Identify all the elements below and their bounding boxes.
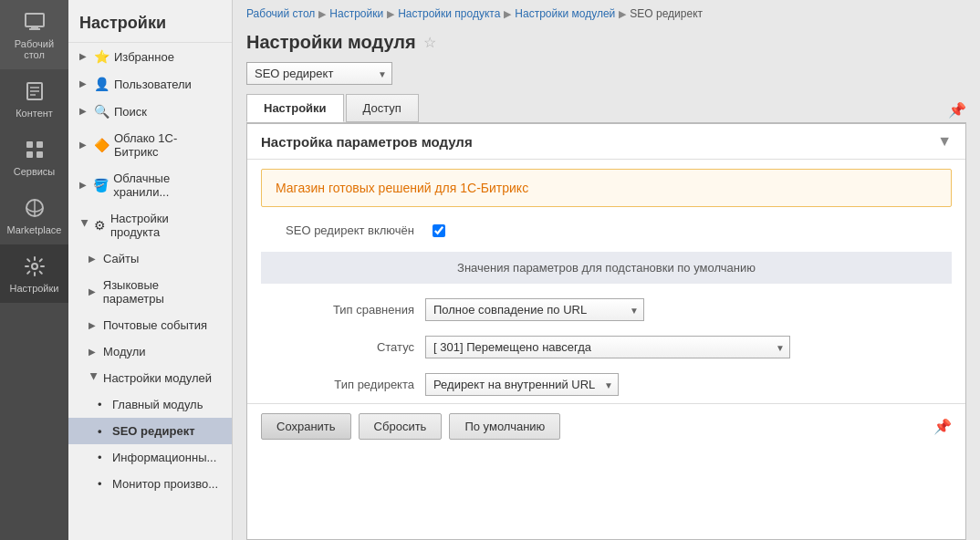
arrow-down-icon: ▶	[79, 220, 90, 231]
nav-item-main-module[interactable]: • Главный модуль	[68, 391, 232, 418]
save-button[interactable]: Сохранить	[261, 413, 351, 440]
nav-item-label: Модули	[103, 345, 146, 358]
redirect-type-row: Тип редиректа Редирект на внутренний URL…	[247, 366, 965, 403]
nav-item-search[interactable]: ▶ 🔍 Поиск	[68, 98, 232, 125]
breadcrumb-module-settings[interactable]: Настройки модулей	[515, 7, 615, 20]
status-label: Статус	[261, 340, 425, 354]
collapse-icon[interactable]: ▼	[937, 133, 952, 150]
page-title: Настройки модуля	[246, 32, 416, 53]
nav-item-cloud-bitrix[interactable]: ▶ 🔶 Облако 1С-Битрикс	[68, 125, 232, 165]
pin-icon-bottom[interactable]: 📌	[933, 418, 952, 435]
arrow-icon: ▶	[89, 286, 99, 297]
comparison-type-select[interactable]: Полное совпадение по URL RegExp Начало U…	[425, 298, 644, 321]
nav-item-label: Поиск	[114, 105, 147, 119]
default-button[interactable]: По умолчанию	[449, 413, 560, 440]
sep-3: ▶	[504, 8, 511, 20]
arrow-icon: ▶	[79, 106, 90, 117]
bullet-icon: •	[98, 424, 109, 438]
breadcrumb-product-settings[interactable]: Настройки продукта	[398, 7, 500, 20]
module-select-wrapper: SEO редирект	[246, 62, 392, 85]
default-section-label: Значения параметров для подстановки по у…	[457, 261, 756, 275]
nav-item-product-settings[interactable]: ▶ ⚙ Настройки продукта	[68, 205, 232, 245]
arrow-icon: ▶	[79, 140, 90, 151]
redirect-type-select[interactable]: Редирект на внутренний URL Редирект на в…	[425, 373, 619, 396]
breadcrumb-current: SEO редирект	[630, 7, 703, 20]
nav-item-seo-redirect[interactable]: • SEO редирект	[68, 418, 232, 444]
reset-button[interactable]: Сбросить	[359, 413, 443, 440]
cloud-storage-icon: 🪣	[93, 178, 109, 192]
seo-enabled-row: SEO редирект включён	[247, 216, 965, 244]
status-select-wrapper: [ 301] Перемещено навсегда [ 302] Времен…	[425, 336, 790, 358]
arrow-icon: ▶	[79, 180, 89, 191]
section-title: Настройка параметров модуля	[261, 134, 473, 150]
svg-rect-2	[29, 28, 40, 30]
nav-item-info[interactable]: • Информационны...	[68, 444, 232, 471]
seo-enabled-label: SEO редирект включён	[261, 223, 425, 237]
nav-sidebar: Настройки ▶ ⭐ Избранное ▶ 👤 Пользователи…	[68, 0, 233, 540]
nav-item-label: Избранное	[114, 50, 174, 64]
arrow-icon: ▶	[89, 347, 99, 358]
svg-rect-9	[26, 151, 33, 158]
sep-4: ▶	[619, 8, 626, 20]
breadcrumb-desktop[interactable]: Рабочий стол	[246, 7, 315, 20]
section-header: Настройка параметров модуля ▼	[247, 124, 965, 160]
svg-point-12	[32, 264, 37, 269]
sidebar-item-services[interactable]: Сервисы	[0, 128, 68, 186]
arrow-icon: ▶	[79, 51, 90, 62]
sidebar-item-marketplace[interactable]: Marketplace	[0, 186, 68, 244]
desktop-icon	[22, 9, 47, 35]
tab-access[interactable]: Доступ	[346, 94, 419, 122]
bullet-icon: •	[98, 477, 109, 491]
comparison-type-label: Тип сравнения	[261, 303, 425, 317]
tab-settings[interactable]: Настройки	[246, 94, 344, 122]
seo-enabled-checkbox[interactable]	[433, 224, 445, 237]
desktop-label: Рабочий стол	[5, 38, 64, 60]
svg-rect-0	[26, 14, 44, 26]
nav-item-label: Почтовые события	[103, 318, 207, 332]
bullet-icon: •	[98, 398, 109, 411]
settings-icon	[22, 254, 47, 279]
nav-item-label: Пользователи	[114, 78, 192, 91]
nav-item-label: Монитор произво...	[112, 477, 218, 491]
nav-item-perf-monitor[interactable]: • Монитор произво...	[68, 471, 232, 497]
content-area: Настройка параметров модуля ▼ Магазин го…	[246, 123, 966, 540]
cloud-bitrix-icon: 🔶	[94, 138, 109, 152]
breadcrumb: Рабочий стол ▶ Настройки ▶ Настройки про…	[233, 0, 980, 27]
favorites-icon: ⭐	[94, 49, 109, 64]
product-settings-icon: ⚙	[94, 218, 106, 233]
module-select[interactable]: SEO редирект	[246, 62, 392, 85]
main-content: Рабочий стол ▶ Настройки ▶ Настройки про…	[233, 0, 980, 540]
sidebar-item-desktop[interactable]: Рабочий стол	[0, 0, 68, 69]
marketplace-banner: Магазин готовых решений для 1С-Битрикс	[261, 169, 952, 207]
nav-item-modules[interactable]: ▶ Модули	[68, 338, 232, 365]
tabs-row: Настройки Доступ 📌	[246, 94, 966, 123]
default-section: Значения параметров для подстановки по у…	[261, 252, 952, 284]
nav-item-mail-events[interactable]: ▶ Почтовые события	[68, 312, 232, 338]
status-select[interactable]: [ 301] Перемещено навсегда [ 302] Времен…	[425, 336, 790, 358]
svg-rect-8	[36, 141, 43, 148]
nav-item-favorites[interactable]: ▶ ⭐ Избранное	[68, 43, 232, 70]
services-label: Сервисы	[14, 166, 56, 177]
sidebar-item-content[interactable]: Контент	[0, 69, 68, 128]
nav-item-label: Облачные хранили...	[113, 171, 221, 199]
arrow-icon: ▶	[79, 78, 90, 89]
arrow-icon: ▶	[89, 254, 99, 265]
marketplace-link[interactable]: Магазин готовых решений для 1С-Битрикс	[276, 181, 528, 195]
sidebar-item-settings[interactable]: Настройки	[0, 244, 68, 303]
nav-item-lang-params[interactable]: ▶ Языковые параметры	[68, 272, 232, 312]
status-row: Статус [ 301] Перемещено навсегда [ 302]…	[247, 328, 965, 366]
tab-settings-label: Настройки	[264, 101, 327, 115]
sep-1: ▶	[318, 8, 326, 20]
search-icon: 🔍	[94, 104, 109, 119]
nav-item-users[interactable]: ▶ 👤 Пользователи	[68, 70, 232, 98]
svg-rect-10	[36, 151, 43, 158]
svg-rect-7	[26, 141, 33, 148]
favorite-star-icon[interactable]: ☆	[423, 34, 436, 51]
nav-item-label: Сайты	[103, 252, 139, 265]
nav-item-cloud-storage[interactable]: ▶ 🪣 Облачные хранили...	[68, 165, 232, 205]
sep-2: ▶	[387, 8, 394, 20]
pin-icon-top[interactable]: 📌	[948, 101, 966, 122]
nav-item-sites[interactable]: ▶ Сайты	[68, 245, 232, 272]
nav-item-module-settings[interactable]: ▶ Настройки модулей	[68, 365, 232, 391]
breadcrumb-settings[interactable]: Настройки	[329, 7, 383, 20]
